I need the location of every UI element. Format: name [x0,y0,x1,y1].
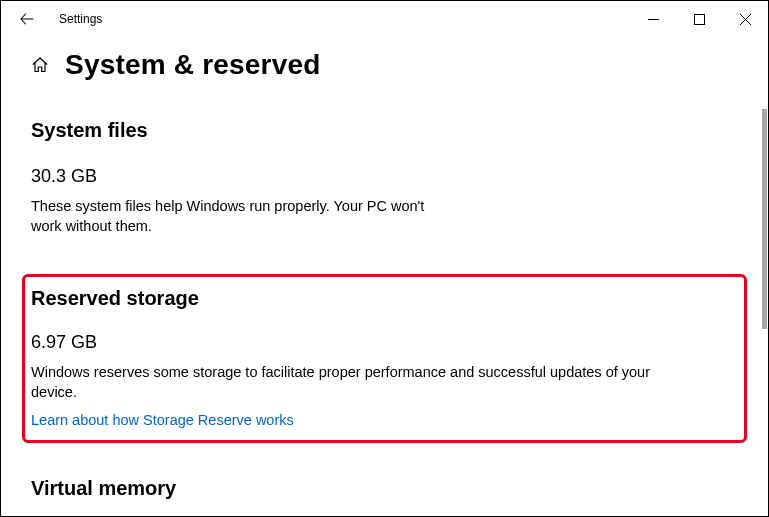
home-icon[interactable] [31,56,49,74]
storage-reserve-link[interactable]: Learn about how Storage Reserve works [31,412,738,428]
system-files-size: 30.3 GB [31,166,738,187]
page-title: System & reserved [65,49,321,81]
page-header: System & reserved [31,49,738,81]
system-files-heading: System files [31,119,738,142]
system-files-description: These system files help Windows run prop… [31,197,431,236]
reserved-storage-heading: Reserved storage [31,287,738,310]
back-button[interactable] [13,5,41,33]
close-icon [740,14,751,25]
titlebar: Settings [1,1,768,37]
reserved-storage-highlight: Reserved storage 6.97 GB Windows reserve… [22,274,747,443]
virtual-memory-section: Virtual memory 3.64 GB [31,477,738,516]
virtual-memory-heading: Virtual memory [31,477,738,500]
arrow-left-icon [19,11,35,27]
content-area: System & reserved System files 30.3 GB T… [1,37,768,516]
minimize-icon [648,14,659,25]
scrollbar[interactable] [762,109,767,329]
reserved-storage-size: 6.97 GB [31,332,738,353]
svg-rect-0 [694,14,704,24]
app-title: Settings [59,12,102,26]
maximize-button[interactable] [676,3,722,35]
close-button[interactable] [722,3,768,35]
minimize-button[interactable] [630,3,676,35]
maximize-icon [694,14,705,25]
system-files-section: System files 30.3 GB These system files … [31,119,738,236]
window-controls [630,3,768,35]
reserved-storage-description: Windows reserves some storage to facilit… [31,363,671,402]
